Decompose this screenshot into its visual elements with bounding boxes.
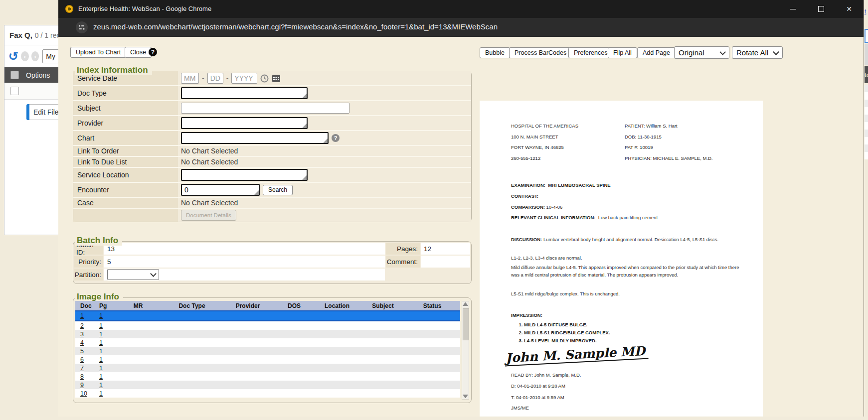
image-table-body: 112131415161718191101 [75,310,460,398]
maximize-icon [818,6,824,12]
webscan-window: Enterprise Health: WebScan - Google Chro… [58,0,864,417]
doc-link[interactable]: 7 [75,365,94,372]
service-date-mm-input[interactable] [181,73,199,84]
time-icon[interactable] [260,74,269,83]
image-row[interactable]: 51 [75,347,460,355]
page-link[interactable]: 1 [94,312,112,319]
chart-input[interactable] [181,132,329,144]
image-row[interactable]: 21 [75,321,460,330]
page-link[interactable]: 1 [94,331,112,338]
doc-link[interactable]: 1 [75,312,94,319]
scanned-document-page[interactable]: HOSPITAL OF THE AMERICAS 100 N. MAIN STR… [480,101,763,417]
page-link[interactable]: 1 [94,339,112,346]
background-header-fragment: to [865,66,868,83]
service-location-input[interactable] [181,169,308,181]
fax-queue-header: Fax Q, 0 / 1 rec [4,25,59,45]
index-information-heading: Index Information [75,65,152,75]
scroll-up-icon[interactable] [463,302,468,306]
scrollbar-thumb[interactable] [463,308,469,340]
chart-help-icon[interactable]: ? [332,134,340,142]
impression-item: L4-5 LEVEL MILDLY IMPROVED. [524,337,610,345]
impression-label: IMPRESSION: [511,312,542,319]
help-icon[interactable]: ? [149,48,157,56]
doc-link[interactable]: 4 [75,339,94,346]
image-table-header: DocPgMRDoc TypeProviderDOSLocationSubjec… [75,301,460,310]
service-date-dd-input[interactable] [207,73,223,84]
encounter-label: Encounter [73,183,178,197]
image-row[interactable]: 81 [75,372,460,381]
process-barcodes-button[interactable]: Process BarCodes [509,47,572,58]
read-by-line: READ BY: John M. Sample, M.D. [511,372,581,379]
subject-input[interactable] [181,103,349,114]
fax-row [4,83,59,100]
service-date-yyyy-input[interactable] [231,73,257,84]
page-link[interactable]: 1 [94,356,112,363]
options-header-label: Options [26,71,50,79]
provider-input[interactable] [181,117,308,129]
encounter-input[interactable]: 0 [181,184,260,196]
close-window-button[interactable]: ✕ [838,0,860,18]
image-row[interactable]: 41 [75,338,460,347]
page-link[interactable]: 1 [94,365,112,372]
doc-link[interactable]: 5 [75,348,94,355]
physician-signature: John M. Sample MD [504,343,649,366]
doc-link[interactable]: 6 [75,356,94,363]
preferences-button[interactable]: Preferences [568,47,613,58]
rotate-all-select[interactable]: Rotate All [732,46,783,59]
link-to-due-list-row: Link To Due List No Chart Selected [73,157,471,168]
image-row[interactable]: 61 [75,355,460,364]
prev-page-button[interactable]: ‹ [21,51,29,61]
partition-select[interactable] [107,269,159,280]
flip-all-button[interactable]: Flip All [608,47,637,58]
site-info-icon[interactable] [76,21,88,33]
add-page-button[interactable]: Add Page [637,47,676,58]
image-row[interactable]: 31 [75,330,460,338]
maximize-button[interactable] [810,0,832,18]
image-table-scrollbar[interactable] [462,301,469,400]
priority-value: 5 [104,256,385,268]
page-link[interactable]: 1 [94,390,112,397]
calendar-icon[interactable] [272,74,281,83]
index-information-section: Index Information Service Date - - Doc T… [73,71,472,222]
zoom-select[interactable]: Original [674,46,729,59]
doc-link[interactable]: 10 [75,390,94,397]
page-link[interactable]: 1 [94,382,112,389]
column-header: Doc Type [164,302,220,309]
page-link[interactable]: 1 [94,348,112,355]
scroll-down-icon[interactable] [463,395,468,398]
image-row[interactable]: 11 [75,310,460,321]
bubble-button[interactable]: Bubble [480,47,510,58]
fax-queue-count: 0 / 1 rec [35,31,59,39]
doc-link[interactable]: 8 [75,373,94,380]
doc-type-input[interactable] [181,87,308,99]
doc-link[interactable]: 9 [75,382,94,389]
search-button[interactable]: Search [263,185,293,195]
chart-label: Chart [73,131,178,145]
page-link[interactable]: 1 [94,322,112,329]
column-header: Subject [361,302,404,309]
page-link[interactable]: 1 [94,373,112,380]
link-to-order-row: Link To Order No Chart Selected [73,146,471,157]
minimize-button[interactable] [782,0,804,18]
image-row[interactable]: 91 [75,381,460,389]
webscan-content: Upload To Chart Close ? Bubble Process B… [58,37,864,417]
image-info-table: DocPgMRDoc TypeProviderDOSLocationSubjec… [75,301,460,398]
image-info-section: Image Info DocPgMRDoc TypeProviderDOSLoc… [73,297,472,403]
upload-to-chart-button[interactable]: Upload To Chart [70,47,126,58]
column-header: DOS [276,302,313,309]
row-checkbox[interactable] [10,87,19,95]
close-button[interactable]: Close [125,47,152,58]
image-row[interactable]: 71 [75,364,460,372]
my-filter-dropdown[interactable]: My [42,49,59,63]
doc-link[interactable]: 3 [75,331,94,338]
image-info-heading: Image Info [75,292,123,302]
pages-value: 12 [421,243,470,255]
select-all-checkbox[interactable] [10,71,19,79]
provider-row: Provider [73,116,471,131]
next-page-button[interactable]: › [31,51,39,61]
image-row[interactable]: 101 [75,389,460,398]
doc-link[interactable]: 2 [75,322,94,329]
column-header: MR [112,302,164,309]
refresh-icon[interactable]: ↺ [8,50,18,62]
url-text[interactable]: zeus.med-web.com/webchart/wctjosterman/w… [93,22,498,31]
